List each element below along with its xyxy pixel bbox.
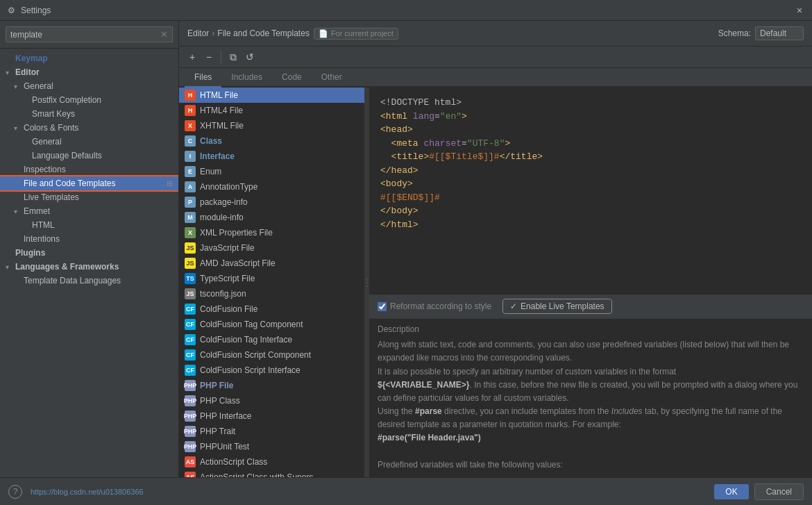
file-item-html4[interactable]: H HTML4 File	[179, 103, 364, 118]
cancel-button[interactable]: Cancel	[754, 483, 804, 500]
php-iface-name: PHP Interface	[200, 411, 359, 421]
arrow-editor	[6, 69, 14, 76]
arrow-emmet	[14, 208, 22, 215]
sidebar-item-smartkeys[interactable]: Smart Keys	[0, 107, 178, 121]
description-title: Description	[378, 324, 804, 334]
file-item-php-iface[interactable]: PHP PHP Interface	[179, 408, 364, 424]
file-templates-label: File and Code Templates	[24, 179, 167, 188]
file-item-as-class-supers[interactable]: AS ActionScript Class with Supers	[179, 470, 364, 477]
file-item-php[interactable]: PHP PHP File	[179, 378, 364, 393]
enum-file-name: Enum	[200, 167, 359, 176]
breadcrumb-editor: Editor	[187, 28, 209, 38]
sidebar-item-inspections[interactable]: Inspections ⊞	[0, 163, 178, 176]
ok-button[interactable]: OK	[714, 484, 748, 499]
toolbar-separator	[221, 51, 221, 63]
module-file-name: module-info	[200, 213, 359, 222]
sidebar-item-editor[interactable]: Editor	[0, 65, 178, 79]
tab-code[interactable]: Code	[272, 68, 312, 88]
schema-label: Schema:	[718, 28, 751, 38]
sidebar-item-emmet[interactable]: Emmet	[0, 204, 178, 218]
phpunit-name: PHPUnit Test	[200, 442, 359, 452]
class-file-icon: C	[185, 135, 196, 147]
file-item-class[interactable]: C Class	[179, 133, 364, 149]
php-iface-icon: PHP	[185, 411, 196, 422]
code-line-7: <body>	[380, 177, 801, 191]
file-item-phpunit[interactable]: PHP PHPUnit Test	[179, 439, 364, 454]
file-item-js[interactable]: JS JavaScript File	[179, 240, 364, 256]
file-item-amd-js[interactable]: JS AMD JavaScript File	[179, 256, 364, 271]
clear-search-icon[interactable]: ✕	[160, 29, 168, 40]
cf-script-comp-icon: CF	[185, 349, 196, 361]
file-item-tsconfig[interactable]: JS tsconfig.json	[179, 286, 364, 301]
file-item-xhtml[interactable]: X XHTML File	[179, 118, 364, 133]
reformat-checkbox-wrap[interactable]: Reformat according to style	[378, 301, 491, 311]
enable-live-templates-button[interactable]: ✓ Enable Live Templates	[502, 299, 612, 314]
tab-other[interactable]: Other	[312, 68, 352, 88]
file-item-php-class[interactable]: PHP PHP Class	[179, 393, 364, 408]
sidebar-item-plugins[interactable]: Plugins	[0, 246, 178, 260]
bottom-buttons: OK Cancel	[714, 483, 804, 500]
annotation-file-icon: A	[185, 181, 196, 192]
arrow-colors	[14, 124, 22, 132]
sidebar-item-keymap[interactable]: Keymap	[0, 51, 178, 65]
code-line-3: <head>	[380, 123, 801, 137]
tab-files[interactable]: Files	[185, 68, 221, 88]
reset-template-button[interactable]: ↺	[242, 49, 257, 65]
reformat-checkbox[interactable]	[378, 302, 387, 311]
code-line-6: </head>	[380, 164, 801, 178]
file-item-php-trait[interactable]: PHP PHP Trait	[179, 424, 364, 439]
as-class-name: ActionScript Class	[200, 457, 359, 467]
file-item-module-info[interactable]: M module-info	[179, 210, 364, 225]
class-file-name: Class	[200, 136, 359, 146]
file-item-interface[interactable]: I Interface	[179, 149, 364, 164]
content-header: Editor › File and Code Templates 📄 For c…	[179, 21, 812, 47]
html-file-icon: H	[185, 90, 196, 101]
file-item-cf-script-comp[interactable]: CF ColdFusion Script Component	[179, 347, 364, 363]
sidebar-item-file-templates[interactable]: File and Code Templates ⊞	[0, 176, 178, 190]
file-item-html[interactable]: H HTML File	[179, 88, 364, 103]
sidebar-item-colors-general[interactable]: General	[0, 135, 178, 149]
copy-template-button[interactable]: ⧉	[226, 49, 241, 65]
arrow-languages	[6, 263, 14, 271]
sidebar: ✕ Keymap Editor General Postfix Completi…	[0, 21, 179, 477]
sidebar-item-postfix[interactable]: Postfix Completion	[0, 93, 178, 107]
file-item-as-class[interactable]: AS ActionScript Class	[179, 454, 364, 470]
description-text: Along with static text, code and comment…	[378, 338, 804, 472]
html-file-name: HTML File	[200, 90, 359, 100]
sidebar-item-colors[interactable]: Colors & Fonts	[0, 121, 178, 135]
file-item-enum[interactable]: E Enum	[179, 164, 364, 179]
file-templates-action-icon[interactable]: ⊞	[167, 179, 173, 188]
xhtml-file-name: XHTML File	[200, 121, 359, 131]
sidebar-item-template-data[interactable]: Template Data Languages ⊞	[0, 274, 178, 288]
php-trait-icon: PHP	[185, 426, 196, 437]
remove-template-button[interactable]: −	[201, 49, 217, 65]
sidebar-item-emmet-html[interactable]: HTML	[0, 218, 178, 232]
file-item-cf-tag-comp[interactable]: CF ColdFusion Tag Component	[179, 317, 364, 332]
sidebar-item-languages[interactable]: Languages & Frameworks	[0, 260, 178, 274]
php-class-name: PHP Class	[200, 396, 359, 406]
php-trait-name: PHP Trait	[200, 427, 359, 436]
sidebar-item-live-templates[interactable]: Live Templates	[0, 190, 178, 204]
general-label: General	[24, 81, 173, 91]
sidebar-item-general[interactable]: General	[0, 79, 178, 93]
help-button[interactable]: ?	[8, 485, 22, 499]
window-title: Settings	[21, 6, 793, 15]
schema-select[interactable]: Default Custom	[755, 26, 804, 40]
file-item-cf-tag-iface[interactable]: CF ColdFusion Tag Interface	[179, 332, 364, 347]
file-item-xml-properties[interactable]: X XML Properties File	[179, 225, 364, 240]
code-editor[interactable]: <!DOCTYPE html> <html lang="en"> <head> …	[369, 88, 812, 294]
sidebar-item-lang-defaults[interactable]: Language Defaults	[0, 149, 178, 163]
file-item-cf[interactable]: CF ColdFusion File	[179, 301, 364, 317]
search-wrap: ✕	[6, 26, 173, 42]
sidebar-item-intentions[interactable]: Intentions	[0, 232, 178, 246]
file-item-cf-script-iface[interactable]: CF ColdFusion Script Interface	[179, 363, 364, 378]
search-input[interactable]	[10, 30, 160, 40]
add-template-button[interactable]: +	[185, 49, 200, 65]
close-button[interactable]: ×	[793, 3, 806, 17]
checkmark-icon: ✓	[510, 301, 517, 311]
file-item-ts[interactable]: TS TypeScript File	[179, 271, 364, 286]
interface-file-icon: I	[185, 151, 196, 162]
file-item-package-info[interactable]: P package-info	[179, 194, 364, 210]
file-item-annotation[interactable]: A AnnotationType	[179, 179, 364, 194]
tab-includes[interactable]: Includes	[221, 68, 272, 88]
